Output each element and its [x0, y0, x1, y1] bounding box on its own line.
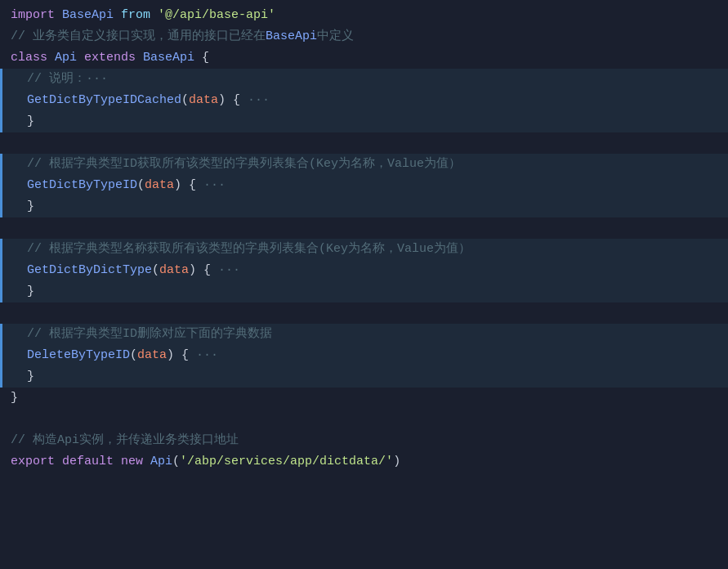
- token-kw: default: [62, 455, 121, 468]
- code-line: GetDictByTypeID(data) { ···: [0, 175, 728, 196]
- token-cls: Api: [150, 455, 172, 468]
- token-comment-zh: 说明：: [49, 72, 86, 86]
- token-str: '/abp/services/app/dictdata/': [180, 455, 393, 468]
- token-param: data: [159, 263, 189, 277]
- token-cls: BaseApi: [62, 8, 121, 22]
- token-comment-zh: 根据字典类型名称获取所有该类型的字典列表集合(Key为名称，Value为值）: [49, 242, 471, 256]
- token-plain: }: [27, 114, 34, 128]
- code-line: [0, 217, 728, 239]
- code-line: // 构造Api实例，并传递业务类接口地址: [0, 430, 728, 451]
- code-line: // 说明：···: [0, 69, 728, 90]
- token-param: data: [137, 348, 167, 362]
- token-kw: import: [11, 8, 62, 22]
- token-comment: //: [27, 327, 49, 341]
- token-comment-zh: 业务类自定义接口实现，通用的接口已经在: [33, 29, 266, 43]
- token-comment: //: [11, 433, 33, 447]
- token-fn: GetDictByTypeIDCached: [27, 93, 181, 107]
- code-line: [0, 409, 728, 430]
- code-line: }: [0, 366, 728, 388]
- token-kw: export: [11, 455, 62, 468]
- code-line: GetDictByDictType(data) { ···: [0, 260, 728, 281]
- token-plain: ) {: [174, 178, 203, 192]
- token-kw: extends: [84, 51, 143, 65]
- token-ellipsis: ···: [196, 348, 218, 362]
- token-fn: GetDictByTypeID: [27, 178, 137, 192]
- token-comment: //: [27, 157, 49, 171]
- token-plain: (: [137, 178, 145, 192]
- token-ellipsis: ···: [248, 93, 270, 107]
- token-plain: ): [393, 455, 400, 468]
- token-ellipsis: ···: [203, 178, 226, 192]
- code-line: import BaseApi from '@/api/base-api': [0, 5, 728, 26]
- token-comment-zh: 构造Api实例，并传递业务类接口地址: [33, 433, 239, 447]
- code-line: }: [0, 281, 728, 302]
- token-plain: ) {: [189, 263, 218, 277]
- token-comment-zh: 中定义: [317, 29, 354, 43]
- code-line: [0, 132, 728, 154]
- token-fn: GetDictByDictType: [27, 263, 152, 277]
- token-cls: BaseApi: [143, 51, 202, 65]
- code-line: // 业务类自定义接口实现，通用的接口已经在BaseApi中定义: [0, 26, 728, 47]
- token-plain: (: [172, 455, 180, 468]
- token-cls: Api: [55, 51, 84, 65]
- token-comment-zh: 根据字典类型ID删除对应下面的字典数据: [49, 327, 272, 341]
- token-plain: (: [181, 93, 189, 107]
- code-line: export default new Api('/abp/services/ap…: [0, 451, 728, 473]
- code-line: }: [0, 196, 728, 217]
- code-line: // 根据字典类型ID删除对应下面的字典数据: [0, 324, 728, 345]
- token-plain: }: [11, 391, 18, 405]
- token-fn: DeleteByTypeID: [27, 348, 130, 362]
- token-param: data: [145, 178, 174, 192]
- token-plain: }: [27, 284, 34, 298]
- token-plain: (: [130, 348, 137, 362]
- token-str: '@/api/base-api': [158, 8, 275, 22]
- code-line: GetDictByTypeIDCached(data) { ···: [0, 90, 728, 111]
- token-plain: (: [152, 263, 159, 277]
- token-plain: }: [27, 199, 34, 213]
- code-line: }: [0, 111, 728, 132]
- token-ellipsis: ···: [218, 263, 240, 277]
- token-plain: {: [202, 51, 209, 65]
- token-kw: new: [121, 455, 150, 468]
- code-line: DeleteByTypeID(data) { ···: [0, 345, 728, 366]
- code-editor: import BaseApi from '@/api/base-api'// 业…: [0, 0, 728, 569]
- token-plain: ) {: [167, 348, 196, 362]
- token-kw: class: [11, 51, 55, 65]
- code-line: class Api extends BaseApi {: [0, 47, 728, 69]
- code-line: [0, 302, 728, 324]
- token-param: data: [189, 93, 218, 107]
- token-ellipsis: ···: [86, 72, 108, 86]
- token-cls: BaseApi: [266, 29, 317, 43]
- token-comment: //: [27, 242, 49, 256]
- code-line: // 根据字典类型ID获取所有该类型的字典列表集合(Key为名称，Value为值…: [0, 154, 728, 175]
- token-plain: }: [27, 370, 34, 383]
- token-comment: //: [11, 29, 33, 43]
- token-kw-from: from: [121, 8, 158, 22]
- token-comment-zh: 根据字典类型ID获取所有该类型的字典列表集合(Key为名称，Value为值）: [49, 157, 461, 171]
- code-line: }: [0, 388, 728, 409]
- code-line: // 根据字典类型名称获取所有该类型的字典列表集合(Key为名称，Value为值…: [0, 239, 728, 260]
- token-plain: ) {: [218, 93, 248, 107]
- token-comment: //: [27, 72, 49, 86]
